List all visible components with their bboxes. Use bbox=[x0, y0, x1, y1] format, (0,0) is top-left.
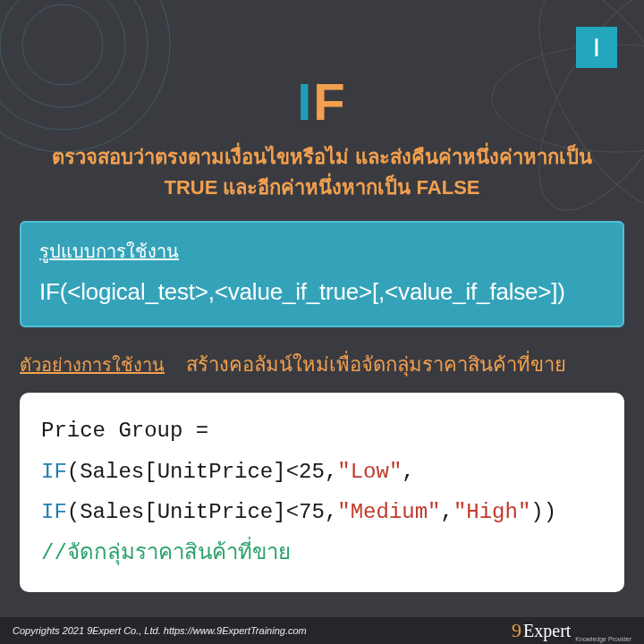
brand-logo: 9 Expert Knowledge Provider bbox=[512, 619, 631, 642]
syntax-text: IF(<logical_test>,<value_if_true>[,<valu… bbox=[39, 278, 605, 306]
code-example: Price Group = IF(Sales[UnitPrice]<25,"Lo… bbox=[20, 393, 624, 591]
footer: Copyrights 2021 9Expert Co., Ltd. https:… bbox=[0, 617, 644, 644]
letter-badge: I bbox=[576, 27, 617, 68]
syntax-box: รูปแบบการใช้งาน IF(<logical_test>,<value… bbox=[20, 221, 624, 327]
example-header: ตัวอย่างการใช้งาน สร้างคอลัมน์ใหม่เพื่อจ… bbox=[20, 349, 624, 380]
function-title: IF bbox=[0, 0, 644, 131]
function-description: ตรวจสอบว่าตรงตามเงื่อนไขหรือไม่ และส่งคื… bbox=[0, 131, 644, 203]
syntax-label: รูปแบบการใช้งาน bbox=[39, 237, 605, 266]
example-label: ตัวอย่างการใช้งาน bbox=[20, 351, 165, 379]
example-description: สร้างคอลัมน์ใหม่เพื่อจัดกลุ่มราคาสินค้าท… bbox=[186, 349, 566, 380]
copyright-text: Copyrights 2021 9Expert Co., Ltd. https:… bbox=[13, 625, 307, 636]
